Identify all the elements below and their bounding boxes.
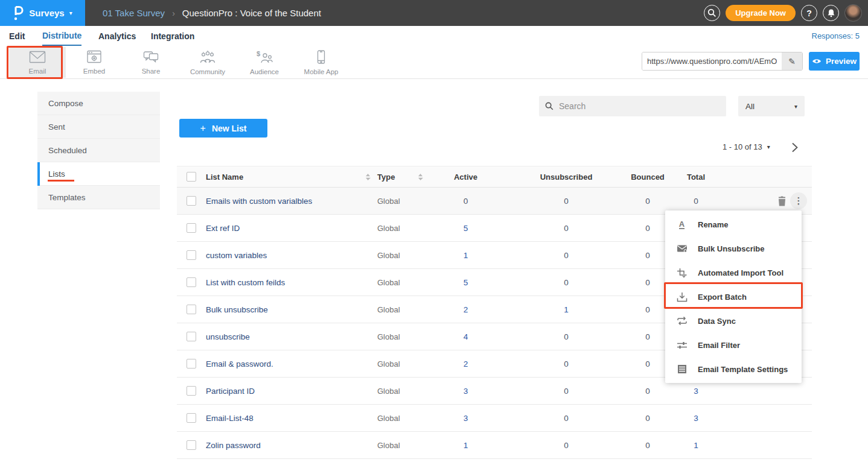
list-name-link[interactable]: Participant ID: [206, 387, 365, 396]
list-name-link[interactable]: Zolin password: [206, 441, 365, 450]
active-count[interactable]: 3: [426, 414, 506, 423]
survey-url-input[interactable]: [642, 52, 782, 70]
menu-item-email-template-settings[interactable]: Email Template Settings: [665, 357, 802, 381]
edit-url-pencil-icon[interactable]: ✎: [782, 52, 802, 70]
list-type: Global: [377, 224, 426, 233]
new-list-button[interactable]: + New List: [179, 119, 267, 138]
menu-item-bulk-unsubscribe[interactable]: Bulk Unsubscribe: [665, 236, 802, 261]
avatar[interactable]: [844, 4, 862, 22]
toolbar-item-audience[interactable]: $ Audience: [236, 47, 293, 78]
menu-item-automated-import-tool[interactable]: Automated Import Tool: [665, 261, 802, 285]
unsubscribed-count[interactable]: 0: [506, 359, 627, 369]
row-checkbox[interactable]: [187, 223, 196, 233]
sidebar-item-lists[interactable]: Lists: [37, 162, 160, 186]
row-kebab-menu-icon[interactable]: ⋮: [790, 192, 807, 209]
total-count[interactable]: 3: [669, 387, 723, 396]
active-count[interactable]: 1: [426, 251, 506, 260]
menu-item-email-filter[interactable]: Email Filter: [665, 333, 802, 357]
unsubscribed-count[interactable]: 0: [506, 387, 627, 396]
list-filter-dropdown[interactable]: All ▾: [738, 96, 805, 116]
unsubscribed-count[interactable]: 0: [506, 332, 627, 341]
sidebar-item-scheduled[interactable]: Scheduled: [37, 139, 160, 162]
sort-icon[interactable]: [418, 173, 423, 181]
list-name-link[interactable]: unsubscribe: [206, 332, 365, 341]
list-name-link[interactable]: Email & password.: [206, 359, 365, 369]
bounced-count[interactable]: 0: [627, 359, 669, 369]
bounced-count[interactable]: 0: [627, 224, 669, 233]
total-count[interactable]: 1: [669, 441, 723, 450]
unsubscribed-count[interactable]: 0: [506, 224, 627, 233]
sort-icon[interactable]: [365, 173, 377, 181]
row-checkbox[interactable]: [187, 386, 196, 396]
list-name-link[interactable]: Emails with custom varialbles: [206, 197, 365, 206]
responses-count[interactable]: Responses: 5: [812, 26, 860, 46]
total-count[interactable]: 0: [669, 197, 723, 206]
help-icon[interactable]: ?: [801, 5, 817, 21]
total-count[interactable]: 3: [669, 414, 723, 423]
tab-analytics[interactable]: Analytics: [98, 26, 136, 46]
next-page-chevron-icon[interactable]: [791, 142, 798, 155]
column-header-type[interactable]: Type: [377, 172, 395, 182]
row-checkbox[interactable]: [187, 332, 196, 341]
sidebar-item-templates[interactable]: Templates: [37, 186, 160, 209]
bounced-count[interactable]: 0: [627, 305, 669, 314]
upgrade-now-button[interactable]: Upgrade Now: [726, 5, 796, 21]
column-header-list-name[interactable]: List Name: [206, 172, 365, 182]
toolbar-item-mobile-app[interactable]: Mobile App: [293, 47, 349, 78]
bounced-count[interactable]: 0: [627, 278, 669, 287]
row-checkbox[interactable]: [187, 440, 196, 450]
breadcrumb-survey-link[interactable]: 01 Take Survey: [103, 8, 165, 18]
list-name-link[interactable]: Email-List-48: [206, 414, 365, 423]
sidebar-item-sent[interactable]: Sent: [37, 115, 160, 139]
unsubscribed-count[interactable]: 1: [506, 305, 627, 314]
toolbar-item-share[interactable]: Share: [123, 47, 179, 78]
menu-item-data-sync[interactable]: Data Sync: [665, 309, 802, 333]
active-count[interactable]: 5: [426, 278, 506, 287]
search-icon[interactable]: [704, 5, 720, 21]
pagination-dropdown[interactable]: 1 - 10 of 13 ▾: [723, 142, 770, 151]
toolbar-item-email[interactable]: Email: [9, 47, 66, 78]
menu-item-export-batch[interactable]: Export Batch: [665, 285, 802, 309]
unsubscribed-count[interactable]: 0: [506, 197, 627, 206]
notifications-bell-icon[interactable]: [823, 5, 839, 21]
list-name-link[interactable]: Ext ref ID: [206, 224, 365, 233]
product-switcher[interactable]: Surveys ▾: [0, 0, 85, 26]
row-checkbox[interactable]: [187, 359, 196, 369]
tab-distribute[interactable]: Distribute: [42, 26, 81, 46]
active-count[interactable]: 3: [426, 387, 506, 396]
bounced-count[interactable]: 0: [627, 387, 669, 396]
unsubscribed-count[interactable]: 0: [506, 251, 627, 260]
toolbar-item-embed[interactable]: Embed: [66, 47, 123, 78]
active-count[interactable]: 4: [426, 332, 506, 341]
row-checkbox[interactable]: [187, 196, 196, 206]
sidebar-item-compose[interactable]: Compose: [37, 92, 160, 115]
unsubscribed-count[interactable]: 0: [506, 278, 627, 287]
tab-edit[interactable]: Edit: [9, 26, 25, 46]
row-checkbox[interactable]: [187, 277, 196, 287]
bounced-count[interactable]: 0: [627, 441, 669, 450]
bounced-count[interactable]: 0: [627, 197, 669, 206]
active-count[interactable]: 2: [426, 305, 506, 314]
bounced-count[interactable]: 0: [627, 251, 669, 260]
row-checkbox[interactable]: [187, 305, 196, 314]
row-checkbox[interactable]: [187, 413, 196, 423]
menu-item-rename[interactable]: A Rename: [665, 212, 802, 236]
list-name-link[interactable]: Bulk unsubscribe: [206, 305, 365, 314]
list-name-link[interactable]: custom variables: [206, 251, 365, 260]
active-count[interactable]: 2: [426, 359, 506, 369]
bounced-count[interactable]: 0: [627, 414, 669, 423]
tab-integration[interactable]: Integration: [151, 26, 194, 46]
bounced-count[interactable]: 0: [627, 332, 669, 341]
row-checkbox[interactable]: [187, 250, 196, 260]
unsubscribed-count[interactable]: 0: [506, 441, 627, 450]
search-input[interactable]: [559, 101, 720, 111]
delete-list-trash-icon[interactable]: [777, 196, 787, 206]
active-count[interactable]: 1: [426, 441, 506, 450]
active-count[interactable]: 0: [426, 197, 506, 206]
unsubscribed-count[interactable]: 0: [506, 414, 627, 423]
select-all-checkbox[interactable]: [187, 172, 196, 182]
toolbar-item-community[interactable]: Community: [179, 47, 236, 78]
preview-button[interactable]: Preview: [809, 52, 860, 71]
list-name-link[interactable]: List with custom feilds: [206, 278, 365, 287]
active-count[interactable]: 5: [426, 224, 506, 233]
